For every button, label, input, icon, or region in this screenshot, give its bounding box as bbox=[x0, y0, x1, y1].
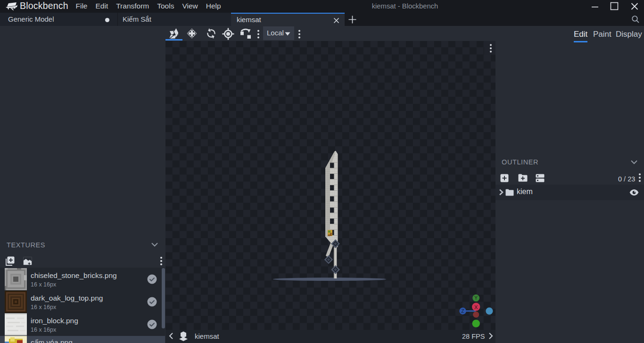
svg-text:X: X bbox=[474, 304, 478, 310]
svg-text:Y: Y bbox=[474, 295, 478, 301]
svg-text:Z: Z bbox=[462, 309, 464, 314]
